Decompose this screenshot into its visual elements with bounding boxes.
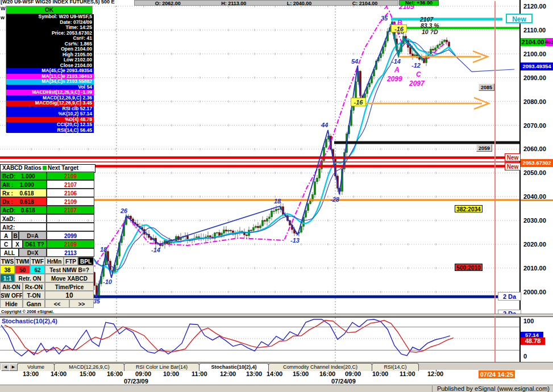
pivot-16-tag-upper: -16 [391, 24, 407, 32]
status-bar: Published by eSignal (www.esignal.com) [0, 385, 553, 392]
xabcd-tool-button[interactable]: TWM [15, 257, 30, 265]
price-note-2085: 2085 [479, 84, 494, 91]
xabcd-ratio-cell: Rx :0.618 [0, 189, 47, 197]
data-window-row: CCI(20,C) 12.15 [6, 122, 94, 128]
data-window-row: Vol 54 [6, 85, 94, 90]
xabcd-header-right: Next Target [48, 165, 78, 171]
xabcd-target-cell: 2106 [47, 189, 94, 197]
price-axis-label: 2000.00 [523, 289, 546, 295]
date-axis-label: 07/24/09 [331, 378, 356, 385]
net-change-badge: Net: +36.00 [399, 0, 439, 6]
xabcd-tool-button[interactable]: Gann [23, 299, 45, 308]
low-value: L: 2040.00 [287, 1, 312, 6]
chart-annotation: 18 [100, 246, 107, 253]
xabcd-tool-button[interactable]: Rx-ON [23, 282, 45, 291]
price-axis-label: 2010.00 [523, 265, 546, 272]
xabcd-ratio-cell: Dx :0.618 [0, 197, 47, 206]
tab-volume[interactable]: Volume [17, 363, 55, 371]
tab-stochastic-10-2-4-[interactable]: Stochastic(10(2),4) [199, 363, 269, 371]
xabcd-point-button[interactable]: A [0, 231, 12, 240]
copyright-text: Copyright © 2006 eSignal. [1, 309, 54, 314]
xabcd-target-cell: 2107 [47, 180, 94, 189]
xabcd-tool-button[interactable]: FTP [64, 257, 78, 265]
price-axis-label: 2100.00 [523, 51, 546, 57]
xabcd-tool-button[interactable]: 50 [15, 265, 30, 274]
xabcd-point-button[interactable]: X [12, 240, 23, 248]
xabcd-tool-button[interactable]: TWF [30, 257, 45, 265]
data-window-row: Date: 07/24/09 [6, 20, 94, 26]
xabcd-point-button[interactable]: D=A [19, 231, 47, 240]
esignal-advanced-chart-window: [W20 U9-WSF WIG20 INDEX FUTURES,5) 500 E… [0, 0, 553, 392]
new-high-flag: New [506, 14, 533, 23]
chart-annotation: A [394, 66, 400, 74]
xabcd-target-cell: 2107 [47, 206, 94, 214]
xabcd-point-button[interactable]: D=X [19, 248, 47, 257]
xabcd-empty-row-label: Alt2: [0, 223, 47, 231]
price-note-2059: 2059 [476, 144, 492, 152]
data-window-row: MACDHist(12,26,9,C) -1.09 [6, 90, 94, 95]
xabcd-tool-button[interactable]: 38 [0, 265, 15, 274]
xabcd-target-cell: 2099 [47, 231, 94, 240]
xabcd-target-cell: 2109 [47, 240, 94, 248]
stoch-d-tag: 48.78 [521, 337, 545, 345]
data-window-row: MA(13,C)e 2103.38463 [6, 74, 94, 80]
xabcd-ratios-panel: XABCD RatiosNext Target Copyright © 2006… [0, 164, 94, 314]
xabcd-tool-button[interactable]: >> [69, 299, 94, 308]
tab-macd-12-26-9-c-[interactable]: MACD(12,26,9,C) [54, 363, 124, 371]
chart-annotation: 2099 [386, 75, 402, 83]
xabcd-tool-button[interactable]: Time/Price [45, 282, 94, 291]
chart-annotation: -10 [103, 278, 113, 285]
stoch-axis-100: 100 [523, 318, 534, 324]
xabcd-point-button[interactable]: ALL [0, 248, 19, 257]
xabcd-tool-button[interactable]: Move XABCD [45, 274, 94, 282]
xabcd-empty-row-label: XaD: [0, 214, 47, 223]
date-axis: 07/23/0907/24/09 [0, 378, 553, 385]
xabcd-empty-target [47, 214, 94, 223]
xabcd-ratio-cell: BcD:1.000 [0, 172, 47, 180]
xabcd-tool-button[interactable]: TWS [0, 257, 15, 265]
xabcd-point-button[interactable]: B [12, 231, 19, 240]
xabcd-ratio-cell: Alt :1.000 [0, 180, 47, 189]
data-window-row: High 2105.00 [6, 52, 94, 58]
date-axis-label: 07/23/09 [124, 378, 148, 385]
tab-rsi-14-c-[interactable]: RSI(14,C) [372, 363, 419, 371]
xabcd-tool-button[interactable]: 62 [30, 265, 45, 274]
price-axis-label: 2070.00 [523, 122, 546, 129]
data-window-ok-button[interactable]: OK [6, 6, 92, 14]
data-window-row: %K(10,2) 57.14 [6, 111, 94, 117]
xabcd-tool-button[interactable]: HrMn [45, 257, 64, 265]
xabcd-tool-button[interactable]: << [45, 299, 69, 308]
xabcd-tool-button[interactable]: 10 [45, 291, 94, 299]
xabcd-tool-button[interactable]: Hide [0, 299, 23, 308]
chart-title: [W20 U9-WSF WIG20 INDEX FUTURES,5) 500 E [1, 0, 115, 5]
xabcd-tool-button[interactable]: T-ON [23, 291, 45, 299]
xabcd-tool-button[interactable]: Test NMW B=? [45, 265, 94, 274]
price-axis-label: 2080.00 [523, 98, 546, 105]
tab-scroll-left-icon[interactable]: ◀ [1, 364, 10, 371]
chart-annotation: 35 [381, 15, 388, 22]
xabcd-point-button[interactable]: C [0, 240, 12, 248]
xabcd-point-button[interactable]: D61 T? [23, 240, 47, 248]
xabcd-tool-button[interactable]: Retr. ON [15, 274, 45, 282]
cursor-time-tag: 07/24 14:25 [479, 370, 515, 378]
xabcd-tool-button[interactable]: Alt-ON [0, 282, 23, 291]
data-window-row: Low 2102.00 [6, 57, 94, 63]
data-window-row: Csr#: 41 [6, 36, 94, 41]
tab-rsi-color-line-bar-14-[interactable]: RSI Color Line Bar(14) [124, 363, 199, 371]
ma45-price-tag: 2093.49354 [521, 62, 553, 70]
price-axis-label: 2110.00 [523, 27, 546, 34]
tab-commodity-channel-index-20-c-[interactable]: Commodity Channel Index(20,C) [268, 363, 372, 371]
panel-splitter[interactable] [0, 314, 553, 317]
two-day-line-tag: 2 Da [498, 292, 521, 301]
data-window-row: MACD(12,26,9,C) 2.36 [6, 95, 94, 101]
xabcd-tool-button[interactable]: SW OFF [0, 291, 23, 299]
tab-scroll-right-icon[interactable]: ▶ [9, 364, 18, 371]
xabcd-tool-button[interactable]: BPL [78, 257, 94, 265]
xabcd-tool-button[interactable]: 1:1 [0, 274, 15, 282]
stochastic-plot[interactable] [0, 317, 521, 362]
data-window-row: RSI(14,C) 56.45 [6, 128, 94, 134]
chart-annotation: -14 [392, 58, 401, 65]
xabcd-target-cell: 2109 [47, 197, 94, 206]
data-window-row: %D(4) 48.78 [6, 117, 94, 123]
last-price-tag: 2104.00 [521, 38, 545, 46]
